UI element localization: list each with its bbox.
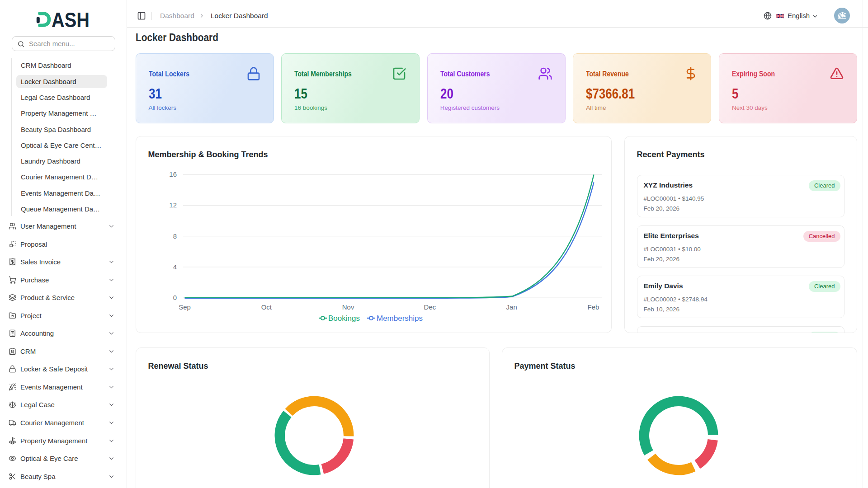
svg-text:12: 12 [169, 201, 177, 209]
svg-text:0: 0 [173, 294, 176, 301]
svg-text:Oct: Oct [261, 303, 272, 311]
svg-text:Memberships: Memberships [377, 314, 423, 323]
svg-text:Jan: Jan [506, 303, 517, 311]
svg-text:Dec: Dec [424, 303, 436, 311]
svg-text:4: 4 [173, 263, 176, 271]
svg-text:Bookings: Bookings [328, 314, 360, 323]
svg-text:Nov: Nov [342, 303, 354, 311]
svg-text:Sep: Sep [179, 303, 191, 311]
svg-text:Feb: Feb [587, 303, 599, 311]
svg-text:ASH: ASH [52, 9, 90, 29]
svg-text:8: 8 [173, 232, 176, 240]
svg-text:16: 16 [169, 170, 177, 178]
